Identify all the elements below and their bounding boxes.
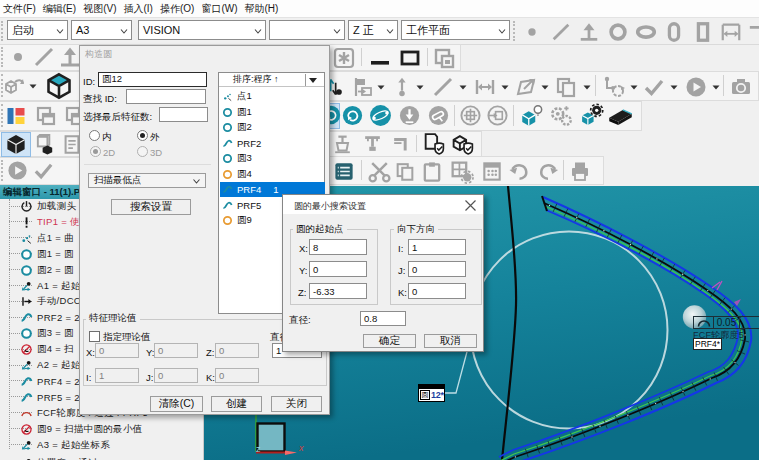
circle-o-icon[interactable]	[605, 21, 631, 43]
radio-outer-label[interactable]: 外	[150, 131, 160, 144]
rect-black-icon[interactable]	[397, 46, 423, 70]
feature-item-圆4[interactable]: 圆4	[220, 167, 324, 182]
point-icon[interactable]	[6, 45, 30, 69]
close-button[interactable]: 关闭	[271, 396, 322, 412]
export-circle-box-icon[interactable]	[486, 104, 509, 127]
dropdown-caret-icon[interactable]	[630, 85, 638, 90]
prf4-label[interactable]: PRF4*	[693, 338, 722, 350]
feature-item-圆3[interactable]: 圆3	[220, 151, 324, 166]
combo-extra[interactable]	[269, 20, 345, 40]
radio-inner-label[interactable]: 内	[102, 131, 112, 144]
gear-cube-icon[interactable]	[579, 103, 604, 128]
combo-view-direction[interactable]: Z 正	[348, 20, 398, 40]
theory-x-input[interactable]: 0	[95, 343, 139, 358]
gears-icon[interactable]	[548, 103, 574, 129]
branch-gear-icon[interactable]	[601, 75, 627, 99]
plus-circle-box-icon[interactable]	[459, 104, 482, 127]
dropdown-caret-icon[interactable]	[416, 85, 424, 90]
iso-cube-icon[interactable]	[45, 72, 73, 100]
sort-dropdown-button[interactable]	[305, 74, 320, 86]
menu-item-5[interactable]: 窗口(W)	[198, 0, 240, 17]
feature-item-点1[interactable]: 点1	[220, 89, 324, 104]
theory-k-input[interactable]: 0	[215, 368, 259, 383]
j-input[interactable]: 0	[408, 261, 466, 277]
width-box-icon[interactable]	[718, 21, 744, 43]
dropdown-caret-icon[interactable]	[583, 85, 591, 90]
rect-v-icon[interactable]	[690, 21, 716, 43]
t-clamp-icon[interactable]	[360, 133, 385, 155]
tree-item-16[interactable]: 位置度 = 通过	[0, 456, 203, 460]
menu-item-6[interactable]: 帮助(H)	[241, 0, 281, 17]
page-shield-icon[interactable]	[421, 131, 447, 156]
y-input[interactable]: 0	[309, 261, 367, 277]
undo-icon[interactable]	[506, 160, 533, 183]
x-input[interactable]: 8	[309, 239, 367, 255]
circle12-label[interactable]: 圆 12*	[418, 384, 445, 402]
orbit-sphere-icon[interactable]	[368, 103, 393, 128]
check-icon[interactable]	[641, 75, 667, 99]
tiles-icon[interactable]	[4, 104, 29, 128]
find-id-input[interactable]	[126, 89, 206, 104]
k-input[interactable]: 0	[408, 283, 466, 299]
menu-item-2[interactable]: 视图(V)	[80, 0, 119, 17]
clipboard-icon[interactable]	[420, 160, 444, 183]
slot-v-icon[interactable]	[661, 21, 687, 43]
specify-theory-checkbox[interactable]	[89, 331, 100, 342]
feature-item-PRF2[interactable]: PRF2	[220, 136, 324, 151]
point-icon[interactable]	[519, 21, 545, 43]
combo-start[interactable]: 启动	[7, 20, 68, 40]
menu-item-3[interactable]: 插入(I)	[120, 0, 155, 17]
dropdown-caret-icon[interactable]	[712, 85, 720, 90]
copy-icon[interactable]	[553, 75, 579, 99]
down-circle-icon[interactable]	[398, 104, 421, 127]
search-diameter-input[interactable]: 0.8	[360, 311, 406, 326]
i-input[interactable]: 1	[408, 239, 466, 255]
radio-3d[interactable]	[137, 146, 148, 157]
plunger-icon[interactable]	[330, 133, 355, 155]
box-gear-icon[interactable]	[448, 159, 475, 184]
play-icon[interactable]	[683, 75, 709, 99]
cube-black-icon[interactable]	[4, 133, 28, 156]
perp-icon[interactable]	[576, 21, 602, 43]
win-copy-icon[interactable]	[33, 104, 59, 128]
search-settings-button[interactable]: 搜索设置	[111, 199, 191, 215]
close-icon[interactable]	[463, 198, 477, 212]
roller-circle-icon[interactable]	[427, 104, 450, 127]
dropdown-caret-icon[interactable]	[29, 84, 37, 89]
flag-key-icon[interactable]	[350, 75, 374, 99]
clear-button[interactable]: 清除(C)	[150, 396, 203, 412]
check-icon[interactable]	[31, 159, 56, 182]
z-input[interactable]: -6.33	[309, 283, 367, 299]
create-button[interactable]: 创建	[211, 396, 262, 412]
theory-j-input[interactable]: 0	[154, 368, 198, 383]
dropdown-caret-icon[interactable]	[377, 85, 385, 90]
line-icon[interactable]	[548, 21, 574, 43]
ok-button[interactable]: 确定	[363, 334, 416, 348]
theory-z-input[interactable]: 0	[215, 343, 259, 358]
radio-inner[interactable]	[89, 130, 100, 141]
last-features-input[interactable]	[159, 107, 208, 122]
save-layout-icon[interactable]	[431, 46, 457, 70]
scissors-icon[interactable]	[366, 159, 393, 184]
id-input[interactable]: 圆12	[98, 72, 207, 87]
tree-item-14[interactable]: 圆9 = 扫描中圆的最小值	[0, 421, 203, 437]
combo-machine[interactable]: VISION	[138, 20, 266, 40]
theory-y-input[interactable]: 0	[154, 343, 198, 358]
copy-icon[interactable]	[394, 160, 416, 183]
printer-icon[interactable]	[567, 159, 593, 183]
radio-outer[interactable]	[137, 130, 148, 141]
dropdown-caret-icon[interactable]	[501, 85, 509, 90]
toolbar-grip[interactable]	[513, 21, 518, 41]
camera-icon[interactable]	[727, 75, 755, 99]
feature-item-圆2[interactable]: 圆2	[220, 120, 324, 135]
grid-box-icon[interactable]	[480, 160, 504, 183]
dropdown-caret-icon[interactable]	[541, 85, 549, 90]
extent-h-icon[interactable]	[472, 75, 498, 99]
hline-black-icon[interactable]	[367, 46, 393, 70]
menu-item-0[interactable]: 文件(F)	[0, 0, 39, 17]
scan-mode-dropdown[interactable]: 扫描最低点	[88, 173, 206, 188]
play-icon[interactable]	[6, 159, 29, 182]
redo-icon[interactable]	[536, 160, 560, 183]
skew-poly-icon[interactable]	[513, 75, 539, 99]
radio-2d[interactable]	[90, 146, 101, 157]
